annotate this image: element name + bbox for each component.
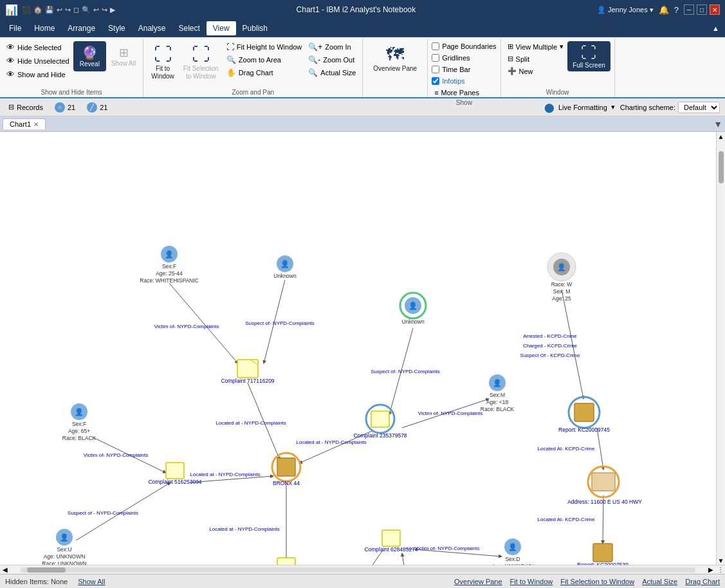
svg-text:Report: KC20009745: Report: KC20009745 — [558, 427, 610, 433]
zoom-area-button[interactable]: 🔍 Zoom to Area — [224, 54, 304, 66]
node-doc1[interactable]: Complaint 717116209 — [221, 360, 274, 384]
tb-icon3[interactable]: ◻ — [73, 6, 79, 14]
infotips-checkbox[interactable]: Infotips — [432, 76, 464, 86]
line-badge: ╱ — [87, 102, 97, 113]
live-dropdown-icon[interactable]: ▾ — [611, 103, 615, 111]
menu-file[interactable]: File — [3, 21, 28, 35]
svg-text:Sex:F: Sex:F — [162, 263, 176, 270]
time-bar-input[interactable] — [432, 66, 439, 73]
status-overview-pane[interactable]: Overview Pane — [454, 578, 502, 585]
zoom-out-button[interactable]: 🔍- Zoom Out — [306, 54, 358, 66]
menu-style[interactable]: Style — [102, 21, 132, 35]
node-p4[interactable]: 👤 Sex:M Age: <18 Race: BLACK — [481, 374, 515, 412]
zoom-in-button[interactable]: 🔍+ Zoom In — [306, 41, 358, 53]
page-boundaries-checkbox[interactable]: Page Boundaries — [432, 41, 496, 51]
node-rep1[interactable]: Report: KC20009745 — [558, 397, 610, 433]
node-p5[interactable]: 👤 Sex:F Age: 65+ Race: BLACK — [62, 403, 96, 441]
status-fit-selection[interactable]: Fit Selection to Window — [560, 578, 634, 585]
gridlines-input[interactable] — [432, 54, 439, 62]
node-p11[interactable]: 👤 Sex:D Age: UNKNOWN Race: UNKNOWN — [490, 538, 535, 565]
redo-icon[interactable]: ↪ — [65, 6, 71, 14]
view-multiple-icon: ⊞ — [508, 42, 513, 51]
tb-redo2-icon[interactable]: ↪ — [102, 6, 107, 14]
menu-view[interactable]: View — [206, 21, 236, 35]
full-screen-button[interactable]: ⛶ Full Screen — [567, 41, 610, 71]
collapse-ribbon-icon[interactable]: ▲ — [712, 24, 722, 32]
node-rep2[interactable]: Report: KC20007539 — [577, 544, 629, 565]
quick-access-icon[interactable]: ⬛ — [22, 6, 31, 14]
node-doc2[interactable]: Complaint 235379578 — [353, 405, 407, 439]
fit-selection-button[interactable]: ⛶ Fit Selectionto Window — [179, 41, 223, 83]
play-icon[interactable]: ▶ — [110, 6, 115, 14]
menu-publish[interactable]: Publish — [236, 21, 274, 35]
new-window-icon: ➕ — [508, 67, 517, 75]
node-p2[interactable]: 👤 Unknown — [273, 255, 297, 279]
split-button[interactable]: ⊟ Split — [505, 53, 567, 64]
horizontal-scrollbar[interactable]: ◀ ▶ ⋮ — [0, 565, 725, 574]
svg-text:Sex:F: Sex:F — [72, 421, 86, 427]
view-multiple-button[interactable]: ⊞ View Multiple ▾ — [505, 41, 567, 52]
node-p1[interactable]: 👤 Sex:F Age: 25-44 Race: WHITEHISPANIC — [140, 246, 198, 284]
node-doc5[interactable]: Complaint 873280392 — [259, 558, 313, 565]
scroll-left-arrow[interactable]: ◀ — [0, 566, 10, 573]
home-icon[interactable]: 🏠 — [33, 6, 42, 14]
menu-analyse[interactable]: Analyse — [132, 21, 172, 35]
maximize-button[interactable]: □ — [697, 5, 707, 15]
show-all-status-link[interactable]: Show All — [78, 578, 105, 585]
actual-size-button[interactable]: 🔍 Actual Size — [306, 67, 358, 78]
tb-undo2-icon[interactable]: ↩ — [93, 6, 99, 14]
save-icon[interactable]: 💾 — [45, 6, 54, 14]
scroll-down-arrow[interactable]: ▼ — [717, 556, 725, 565]
node-p3[interactable]: 👤 Unknown — [400, 293, 426, 325]
svg-text:Sex:M: Sex:M — [490, 392, 505, 398]
node-doc6[interactable]: Complaint 628485274 — [364, 530, 418, 553]
show-hide-group-label: Show and Hide Items — [41, 87, 102, 97]
menu-arrange[interactable]: Arrange — [61, 21, 102, 35]
scroll-up-arrow[interactable]: ▲ — [717, 132, 725, 141]
drag-chart-button[interactable]: ✋ Drag Chart — [224, 67, 304, 78]
records-button[interactable]: ⊟ Records — [5, 102, 46, 113]
page-boundaries-input[interactable] — [432, 42, 439, 50]
menu-home[interactable]: Home — [28, 21, 61, 35]
fit-height-button[interactable]: ⛶ Fit Height to Window — [224, 41, 304, 53]
hide-unselected-button[interactable]: 👁 Hide Unselected — [4, 55, 72, 67]
user-name[interactable]: 👤 Jenny Jones ▾ — [597, 6, 654, 14]
more-panes-button[interactable]: ≡ More Panes — [432, 87, 482, 98]
scroll-h-thumb[interactable] — [27, 567, 66, 573]
overview-pane-button[interactable]: 🗺 Overview Pane — [367, 41, 423, 75]
search-icon[interactable]: 🔍 — [82, 6, 91, 14]
reveal-button[interactable]: 🔮 Reveal — [73, 41, 106, 71]
tab-bar-collapse-icon[interactable]: ▼ — [713, 119, 722, 129]
charting-scheme-select[interactable]: Default — [678, 102, 720, 113]
gridlines-checkbox[interactable]: Gridlines — [432, 53, 470, 63]
time-bar-checkbox[interactable]: Time Bar — [432, 64, 470, 75]
title-bar: 📊 ⬛ 🏠 💾 ↩ ↪ ◻ 🔍 ↩ ↪ ▶ Chart1 - IBM i2 An… — [0, 0, 725, 19]
fit-window-button[interactable]: ⛶ Fit toWindow — [147, 41, 178, 83]
fit-window-icon: ⛶ — [154, 44, 172, 65]
scroll-right-arrow[interactable]: ▶ — [706, 566, 716, 573]
status-actual-size[interactable]: Actual Size — [642, 578, 677, 585]
hide-selected-button[interactable]: 👁 Hide Selected — [4, 41, 72, 53]
show-hide-button[interactable]: 👁 Show and Hide — [4, 68, 72, 80]
new-button[interactable]: ➕ New — [505, 66, 567, 77]
notifications-icon[interactable]: 🔔 — [659, 5, 669, 15]
chart1-tab[interactable]: Chart1 ✕ — [3, 118, 46, 129]
node-addr1[interactable]: Address: 11600 E US 40 HWY — [567, 466, 642, 505]
tab-close-icon[interactable]: ✕ — [33, 121, 39, 128]
infotips-input[interactable] — [432, 77, 439, 85]
status-drag-chart[interactable]: Drag Chart — [685, 578, 720, 585]
minimize-button[interactable]: ─ — [684, 5, 694, 15]
scroll-h-track[interactable] — [21, 567, 695, 573]
status-fit-window[interactable]: Fit to Window — [510, 578, 553, 585]
undo-icon[interactable]: ↩ — [57, 6, 62, 14]
node-p7[interactable]: 👤 Race: W Sex: M Age: 25 — [547, 253, 576, 302]
vertical-scrollbar[interactable]: ▲ ▼ — [716, 132, 725, 565]
scroll-v-thumb[interactable] — [719, 151, 724, 183]
menu-select[interactable]: Select — [172, 21, 206, 35]
help-icon[interactable]: ? — [674, 5, 679, 15]
node-doc4[interactable]: BRONX 44 — [272, 453, 300, 486]
node-p6[interactable]: 👤 Sex:U Age: UNKNOWN Race: UNKNOWN — [42, 529, 86, 565]
show-all-button[interactable]: ⊞ Show All — [108, 44, 139, 69]
svg-text:Age: UNKNOWN: Age: UNKNOWN — [44, 553, 86, 560]
close-button[interactable]: ✕ — [710, 5, 720, 15]
